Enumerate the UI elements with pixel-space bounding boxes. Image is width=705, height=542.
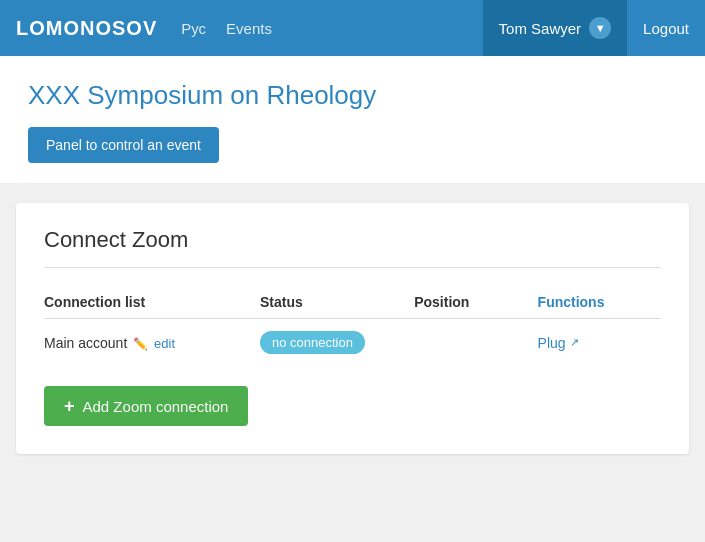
nav-rus[interactable]: Рус [181,20,206,37]
page-title: XXX Symposium on Rheology [28,80,677,111]
connection-cell: Main account ✏️ edit [44,319,260,367]
user-dropdown-chevron[interactable]: ▼ [589,17,611,39]
external-link-icon: ↗︎ [570,336,579,349]
user-name: Tom Sawyer [499,20,582,37]
connection-name: Main account [44,335,127,351]
control-panel-button[interactable]: Panel to control an event [28,127,219,163]
table-row: Main account ✏️ edit no connection Plug … [44,319,661,367]
plug-link[interactable]: Plug ↗︎ [538,335,661,351]
add-zoom-button[interactable]: + Add Zoom connection [44,386,248,426]
plus-icon: + [64,397,75,415]
col-header-position: Position [414,286,537,319]
table-header-row: Connection list Status Position Function… [44,286,661,319]
main-content-header: XXX Symposium on Rheology Panel to contr… [0,56,705,183]
card-title: Connect Zoom [44,227,661,268]
header: LOMONOSOV Рус Events Tom Sawyer ▼ Logout [0,0,705,56]
status-badge: no connection [260,331,365,354]
col-header-functions: Functions [538,286,661,319]
card-area: Connect Zoom Connection list Status Posi… [0,183,705,474]
functions-cell: Plug ↗︎ [538,319,661,367]
logo: LOMONOSOV [16,17,157,40]
status-cell: no connection [260,319,414,367]
col-header-connection: Connection list [44,286,260,319]
logout-button[interactable]: Logout [643,20,689,37]
connect-zoom-card: Connect Zoom Connection list Status Posi… [16,203,689,454]
plug-label: Plug [538,335,566,351]
edit-link[interactable]: edit [154,336,175,351]
col-header-status: Status [260,286,414,319]
connections-table: Connection list Status Position Function… [44,286,661,366]
user-section: Tom Sawyer ▼ [483,0,628,56]
add-zoom-label: Add Zoom connection [83,398,229,415]
nav-events[interactable]: Events [226,20,272,37]
pencil-icon: ✏️ [133,337,148,351]
main-nav: Рус Events [181,20,482,37]
position-cell [414,319,537,367]
